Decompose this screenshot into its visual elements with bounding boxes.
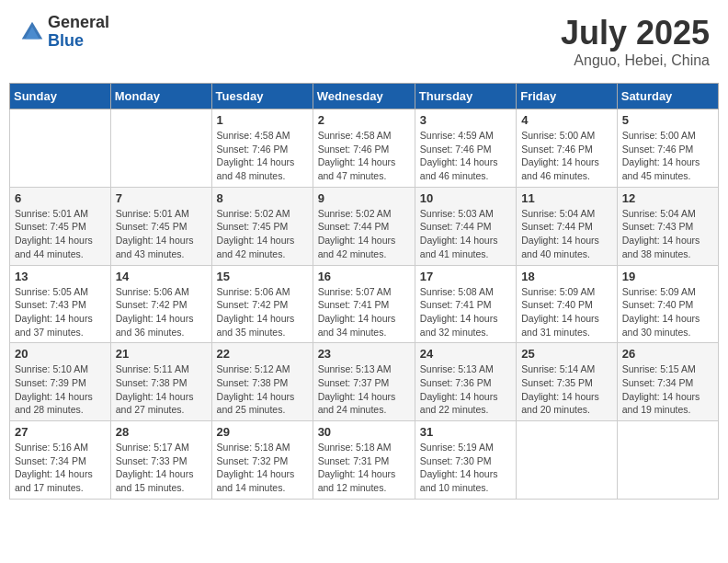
calendar-cell: 24Sunrise: 5:13 AM Sunset: 7:36 PM Dayli… [415, 343, 516, 421]
calendar-cell: 19Sunrise: 5:09 AM Sunset: 7:40 PM Dayli… [617, 265, 718, 343]
calendar-cell [10, 109, 111, 188]
day-info: Sunrise: 5:01 AM Sunset: 7:45 PM Dayligh… [15, 207, 106, 261]
calendar-cell: 29Sunrise: 5:18 AM Sunset: 7:32 PM Dayli… [211, 421, 313, 500]
day-number: 26 [622, 347, 713, 361]
day-number: 18 [521, 270, 612, 283]
day-number: 27 [15, 425, 106, 439]
week-row-1: 1Sunrise: 4:58 AM Sunset: 7:46 PM Daylig… [10, 109, 719, 188]
calendar-cell [617, 421, 718, 500]
day-info: Sunrise: 5:00 AM Sunset: 7:46 PM Dayligh… [521, 129, 612, 183]
day-number: 4 [521, 113, 612, 127]
calendar-cell: 21Sunrise: 5:11 AM Sunset: 7:38 PM Dayli… [110, 343, 211, 421]
calendar-cell: 16Sunrise: 5:07 AM Sunset: 7:41 PM Dayli… [313, 265, 415, 343]
calendar-cell: 8Sunrise: 5:02 AM Sunset: 7:45 PM Daylig… [211, 187, 313, 265]
calendar-cell [110, 109, 211, 188]
day-number: 25 [521, 347, 612, 361]
week-row-3: 13Sunrise: 5:05 AM Sunset: 7:43 PM Dayli… [10, 265, 719, 343]
day-number: 7 [116, 191, 207, 205]
day-info: Sunrise: 5:11 AM Sunset: 7:38 PM Dayligh… [116, 362, 207, 417]
page-header: General Blue July 2025 Anguo, Hebei, Chi… [9, 9, 719, 74]
day-number: 3 [420, 113, 511, 127]
day-info: Sunrise: 5:05 AM Sunset: 7:43 PM Dayligh… [15, 285, 106, 339]
calendar-cell: 26Sunrise: 5:15 AM Sunset: 7:34 PM Dayli… [617, 343, 718, 421]
logo-blue: Blue [48, 32, 109, 51]
calendar-cell: 12Sunrise: 5:04 AM Sunset: 7:43 PM Dayli… [617, 187, 718, 265]
day-number: 22 [217, 347, 308, 361]
day-number: 11 [521, 191, 612, 205]
weekday-header-row: SundayMondayTuesdayWednesdayThursdayFrid… [10, 84, 719, 109]
calendar-cell: 14Sunrise: 5:06 AM Sunset: 7:42 PM Dayli… [110, 265, 211, 343]
day-number: 1 [217, 113, 308, 127]
day-number: 2 [318, 113, 410, 127]
day-info: Sunrise: 4:58 AM Sunset: 7:46 PM Dayligh… [318, 129, 410, 183]
day-info: Sunrise: 5:18 AM Sunset: 7:32 PM Dayligh… [217, 441, 308, 495]
week-row-2: 6Sunrise: 5:01 AM Sunset: 7:45 PM Daylig… [10, 187, 719, 265]
calendar-cell: 23Sunrise: 5:13 AM Sunset: 7:37 PM Dayli… [313, 343, 415, 421]
calendar-cell: 4Sunrise: 5:00 AM Sunset: 7:46 PM Daylig… [517, 109, 618, 188]
day-number: 8 [217, 191, 308, 205]
day-number: 24 [420, 347, 511, 361]
day-info: Sunrise: 5:14 AM Sunset: 7:35 PM Dayligh… [521, 362, 612, 417]
calendar-cell: 17Sunrise: 5:08 AM Sunset: 7:41 PM Dayli… [415, 265, 516, 343]
day-number: 21 [116, 347, 207, 361]
day-number: 20 [15, 347, 106, 361]
day-info: Sunrise: 5:13 AM Sunset: 7:36 PM Dayligh… [420, 362, 511, 417]
day-info: Sunrise: 5:02 AM Sunset: 7:44 PM Dayligh… [318, 207, 410, 261]
calendar-cell: 25Sunrise: 5:14 AM Sunset: 7:35 PM Dayli… [517, 343, 618, 421]
logo-icon [18, 18, 46, 46]
weekday-header-saturday: Saturday [617, 84, 718, 109]
day-number: 14 [116, 270, 207, 283]
day-number: 5 [622, 113, 713, 127]
calendar-cell: 18Sunrise: 5:09 AM Sunset: 7:40 PM Dayli… [517, 265, 618, 343]
weekday-header-monday: Monday [110, 84, 211, 109]
title-block: July 2025 Anguo, Hebei, China [561, 14, 710, 69]
calendar-cell: 15Sunrise: 5:06 AM Sunset: 7:42 PM Dayli… [211, 265, 313, 343]
day-number: 31 [420, 425, 511, 439]
calendar-cell: 31Sunrise: 5:19 AM Sunset: 7:30 PM Dayli… [415, 421, 516, 500]
calendar-cell: 3Sunrise: 4:59 AM Sunset: 7:46 PM Daylig… [415, 109, 516, 188]
calendar-cell: 13Sunrise: 5:05 AM Sunset: 7:43 PM Dayli… [10, 265, 111, 343]
day-number: 9 [318, 191, 410, 205]
day-info: Sunrise: 5:10 AM Sunset: 7:39 PM Dayligh… [15, 362, 106, 417]
logo-general: General [48, 14, 109, 32]
day-info: Sunrise: 5:09 AM Sunset: 7:40 PM Dayligh… [521, 285, 612, 339]
calendar-cell: 22Sunrise: 5:12 AM Sunset: 7:38 PM Dayli… [211, 343, 313, 421]
calendar-cell [517, 421, 618, 500]
day-info: Sunrise: 5:06 AM Sunset: 7:42 PM Dayligh… [116, 285, 207, 339]
day-info: Sunrise: 5:08 AM Sunset: 7:41 PM Dayligh… [420, 285, 511, 339]
day-info: Sunrise: 5:04 AM Sunset: 7:43 PM Dayligh… [622, 207, 713, 261]
week-row-4: 20Sunrise: 5:10 AM Sunset: 7:39 PM Dayli… [10, 343, 719, 421]
day-info: Sunrise: 5:06 AM Sunset: 7:42 PM Dayligh… [217, 285, 308, 339]
day-info: Sunrise: 5:13 AM Sunset: 7:37 PM Dayligh… [318, 362, 410, 417]
calendar-cell: 28Sunrise: 5:17 AM Sunset: 7:33 PM Dayli… [110, 421, 211, 500]
day-info: Sunrise: 5:09 AM Sunset: 7:40 PM Dayligh… [622, 285, 713, 339]
day-info: Sunrise: 5:19 AM Sunset: 7:30 PM Dayligh… [420, 441, 511, 495]
weekday-header-wednesday: Wednesday [313, 84, 415, 109]
weekday-header-tuesday: Tuesday [211, 84, 313, 109]
calendar-cell: 2Sunrise: 4:58 AM Sunset: 7:46 PM Daylig… [313, 109, 415, 188]
day-info: Sunrise: 5:17 AM Sunset: 7:33 PM Dayligh… [116, 441, 207, 495]
calendar-cell: 9Sunrise: 5:02 AM Sunset: 7:44 PM Daylig… [313, 187, 415, 265]
calendar-cell: 11Sunrise: 5:04 AM Sunset: 7:44 PM Dayli… [517, 187, 618, 265]
day-number: 23 [318, 347, 410, 361]
calendar-cell: 6Sunrise: 5:01 AM Sunset: 7:45 PM Daylig… [10, 187, 111, 265]
calendar-cell: 30Sunrise: 5:18 AM Sunset: 7:31 PM Dayli… [313, 421, 415, 500]
month-title: July 2025 [561, 14, 710, 52]
calendar-cell: 1Sunrise: 4:58 AM Sunset: 7:46 PM Daylig… [211, 109, 313, 188]
day-info: Sunrise: 5:01 AM Sunset: 7:45 PM Dayligh… [116, 207, 207, 261]
day-info: Sunrise: 5:00 AM Sunset: 7:46 PM Dayligh… [622, 129, 713, 183]
day-number: 15 [217, 270, 308, 283]
day-info: Sunrise: 4:58 AM Sunset: 7:46 PM Dayligh… [217, 129, 308, 183]
weekday-header-thursday: Thursday [415, 84, 516, 109]
day-info: Sunrise: 5:16 AM Sunset: 7:34 PM Dayligh… [15, 441, 106, 495]
day-info: Sunrise: 5:15 AM Sunset: 7:34 PM Dayligh… [622, 362, 713, 417]
day-number: 29 [217, 425, 308, 439]
day-number: 13 [15, 270, 106, 283]
day-info: Sunrise: 5:02 AM Sunset: 7:45 PM Dayligh… [217, 207, 308, 261]
day-number: 19 [622, 270, 713, 283]
day-number: 6 [15, 191, 106, 205]
day-info: Sunrise: 5:03 AM Sunset: 7:44 PM Dayligh… [420, 207, 511, 261]
calendar-cell: 10Sunrise: 5:03 AM Sunset: 7:44 PM Dayli… [415, 187, 516, 265]
day-info: Sunrise: 5:07 AM Sunset: 7:41 PM Dayligh… [318, 285, 410, 339]
day-info: Sunrise: 5:12 AM Sunset: 7:38 PM Dayligh… [217, 362, 308, 417]
